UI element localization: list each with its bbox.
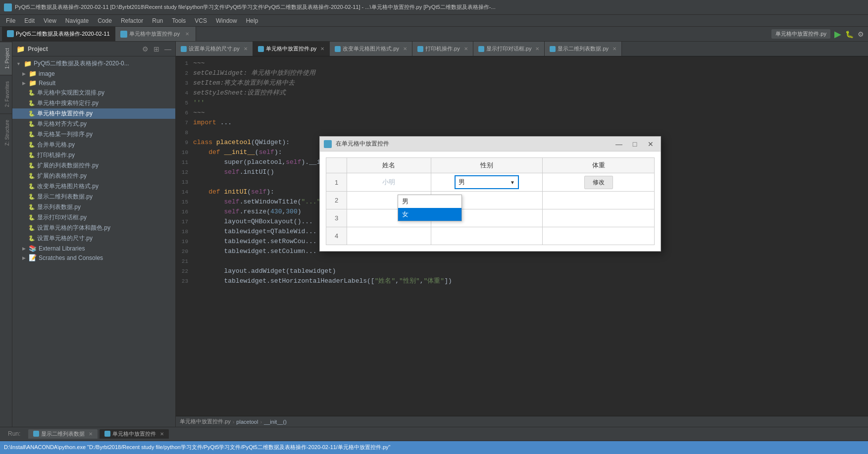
run-icon[interactable]: ▶ <box>834 29 841 40</box>
project-title: Project <box>28 46 48 52</box>
et-close-4[interactable]: ✕ <box>535 46 539 51</box>
line-content-7[interactable]: import ... <box>193 118 868 128</box>
py-icon-10: 🐍 <box>28 194 35 200</box>
et-close-1[interactable]: ✕ <box>320 46 324 51</box>
tree-file-9[interactable]: 🐍 改变单元格图片格式.py <box>12 181 175 192</box>
dialog-title-bar[interactable]: 在单元格中放置控件 — □ ✕ <box>320 137 661 151</box>
col-name-header: 姓名 <box>347 158 431 173</box>
tree-file-4[interactable]: 🐍 单元格某一列排序.py <box>12 129 175 140</box>
edge-tab-structure[interactable]: Z: Structure <box>0 113 12 151</box>
modify-btn-1[interactable]: 修改 <box>584 176 613 189</box>
et-close-5[interactable]: ✕ <box>613 46 616 51</box>
editor-tab-4[interactable]: 显示打印对话框.py ✕ <box>473 42 545 56</box>
tree-file-13[interactable]: 🐍 设置单元格的字体和颜色.py <box>12 223 175 233</box>
code-line-6: 6 ~~~ <box>176 108 868 118</box>
debug-icon[interactable]: 🐛 <box>845 30 854 38</box>
dialog-minimize-btn[interactable]: — <box>613 139 625 149</box>
top-tab-project[interactable]: PyQt5二维数据及表格操作-2020-02-11 <box>2 27 115 41</box>
breadcrumb-class[interactable]: placetool <box>236 419 258 425</box>
result-folder-icon: 📁 <box>29 79 37 87</box>
tree-root[interactable]: ▼ 📁 PyQt5二维数据及表格操作-2020-0... <box>12 58 175 69</box>
tree-file-11[interactable]: 🐍 显示列表数据.py <box>12 202 175 212</box>
ext-arrow: ▶ <box>22 246 26 251</box>
tree-item-image-label: image <box>39 70 55 77</box>
et-close-3[interactable]: ✕ <box>464 46 468 51</box>
menu-run[interactable]: Run <box>148 16 167 25</box>
tree-file-5[interactable]: 🐍 合并单元格.py <box>12 140 175 150</box>
editor-tab-0[interactable]: 设置单元格的尺寸.py ✕ <box>176 42 253 56</box>
tree-file-14[interactable]: 🐍 设置单元格的尺寸.py <box>12 233 175 244</box>
menu-window[interactable]: Window <box>212 16 241 25</box>
run-tab-close-0[interactable]: ✕ <box>89 431 93 437</box>
editor-tab-3[interactable]: 打印机操作.py ✕ <box>412 42 473 56</box>
tree-file-7[interactable]: 🐍 扩展的列表数据控件.py <box>12 160 175 171</box>
tree-scratches[interactable]: ▶ 📝 Scratches and Consoles <box>12 253 175 262</box>
menu-help[interactable]: Help <box>242 16 262 25</box>
top-tab-file[interactable]: 单元格中放置控件.py ✕ <box>115 27 197 41</box>
line-num-13: 13 <box>176 177 193 187</box>
row-2-gender[interactable] <box>431 192 543 209</box>
row-1-gender[interactable]: 男 ▼ <box>431 173 543 192</box>
project-expand-icon[interactable]: ⊞ <box>153 45 159 53</box>
menu-view[interactable]: View <box>40 16 60 25</box>
tree-file-0[interactable]: 🐍 单元格中实现图文混排.py <box>12 88 175 98</box>
line-content-5[interactable]: ''' <box>193 98 868 108</box>
tree-item-image[interactable]: ▶ 📁 image <box>12 69 175 78</box>
et-close-0[interactable]: ✕ <box>244 46 248 51</box>
menu-navigate[interactable]: Navigate <box>61 16 93 25</box>
edge-tab-project[interactable]: 1: Project <box>0 42 12 75</box>
line-content-22[interactable]: layout.addWidget(tablewidget) <box>193 266 868 276</box>
editor-tab-5[interactable]: 显示二维列表数据.py ✕ <box>545 42 622 56</box>
tree-file-2[interactable]: 🐍 单元格中放置控件.py <box>12 108 175 119</box>
editor-tab-2[interactable]: 改变单元格图片格式.py ✕ <box>330 42 412 56</box>
line-content-6[interactable]: ~~~ <box>193 108 868 118</box>
py-icon-5: 🐍 <box>28 142 35 148</box>
row-1-weight[interactable]: 修改 <box>543 173 655 192</box>
menu-refactor[interactable]: Refactor <box>117 16 147 25</box>
menu-tools[interactable]: Tools <box>168 16 190 25</box>
run-tab-0[interactable]: 显示二维列表数据 ✕ <box>28 429 98 439</box>
settings-icon[interactable]: ⚙ <box>858 30 864 38</box>
gender-select-1[interactable]: 男 ▼ <box>455 175 519 189</box>
run-tab-1[interactable]: 单元格中放置控件 ✕ <box>100 429 169 439</box>
dialog-maximize-btn[interactable]: □ <box>629 139 641 149</box>
tree-file-12[interactable]: 🐍 显示打印对话框.py <box>12 212 175 223</box>
top-tab-file-label: 单元格中放置控件.py <box>129 30 180 38</box>
line-num-2: 2 <box>176 68 193 78</box>
row-3-weight[interactable] <box>543 209 655 227</box>
top-tab-close-icon[interactable]: ✕ <box>184 31 191 38</box>
line-content-23[interactable]: tablewidget.setHorizontalHeaderLabels(["… <box>193 276 868 286</box>
editor-tab-1[interactable]: 单元格中放置控件.py ✕ <box>253 42 330 56</box>
row-2-weight[interactable] <box>543 192 655 209</box>
line-content-1[interactable]: ~~~ <box>193 58 868 68</box>
line-num-16: 16 <box>176 207 193 217</box>
tree-file-6[interactable]: 🐍 打印机操作.py <box>12 150 175 160</box>
tree-file-10[interactable]: 🐍 显示二维列表数据.py <box>12 192 175 202</box>
menu-code[interactable]: Code <box>94 16 116 25</box>
project-settings-icon[interactable]: ⚙ <box>142 45 149 53</box>
menu-vcs[interactable]: VCS <box>191 16 211 25</box>
row-4-gender[interactable] <box>431 227 543 245</box>
row-3-gender[interactable] <box>431 209 543 227</box>
run-label: Run: <box>4 430 24 437</box>
line-content-3[interactable]: setItem:将文本放置到单元格中去 <box>193 78 868 88</box>
tree-file-8[interactable]: 🐍 扩展的表格控件.py <box>12 171 175 181</box>
breadcrumb-method[interactable]: __init__() <box>264 419 287 425</box>
tree-file-1[interactable]: 🐍 单元格中搜索特定行.py <box>12 98 175 108</box>
row-4-weight[interactable] <box>543 227 655 245</box>
line-content-2[interactable]: setCellWidget: 单元格中放到控件使用 <box>193 68 868 78</box>
menu-edit[interactable]: Edit <box>20 16 39 25</box>
tree-file-3[interactable]: 🐍 单元格对齐方式.py <box>12 119 175 129</box>
edge-tab-favorites[interactable]: 2: Favorites <box>0 75 12 113</box>
project-close-icon[interactable]: — <box>164 45 171 53</box>
line-content-4[interactable]: setStyleSheet:设置控件样式 <box>193 88 868 98</box>
tree-external-libs[interactable]: ▶ 📚 External Libraries <box>12 244 175 253</box>
et-close-2[interactable]: ✕ <box>403 46 407 51</box>
line-content-21[interactable] <box>193 256 868 266</box>
top-bar-dropdown[interactable]: 单元格中放置控件.py <box>771 29 830 39</box>
tree-item-result[interactable]: ▶ 📁 Result <box>12 78 175 88</box>
menu-file[interactable]: File <box>2 16 19 25</box>
dialog-close-btn[interactable]: ✕ <box>645 139 657 149</box>
gender-select-wrapper-1[interactable]: 男 ▼ <box>455 175 519 189</box>
run-tab-close-1[interactable]: ✕ <box>160 431 164 437</box>
